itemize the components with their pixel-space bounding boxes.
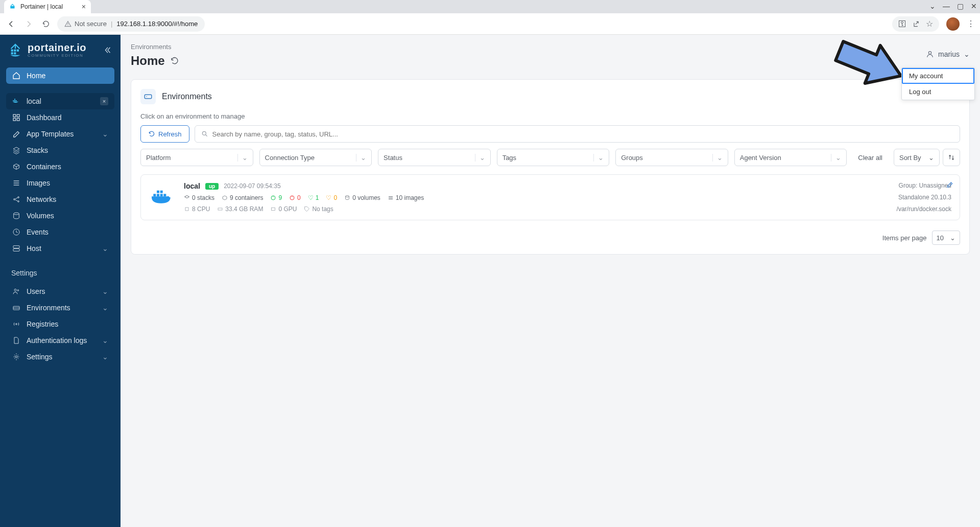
back-button[interactable] bbox=[5, 18, 17, 30]
sidebar-item-events[interactable]: Events bbox=[6, 224, 114, 240]
sidebar-item-auth-logs[interactable]: Authentication logs ⌄ bbox=[6, 332, 114, 349]
svg-rect-11 bbox=[16, 100, 17, 101]
sidebar-item-networks[interactable]: Networks bbox=[6, 191, 114, 208]
sidebar-item-label: Authentication logs bbox=[27, 336, 87, 345]
stat-stacks: 0 stacks bbox=[184, 194, 214, 201]
minimize-icon[interactable]: — bbox=[943, 2, 950, 10]
user-menu-my-account[interactable]: My account bbox=[902, 68, 974, 84]
not-secure-warning: Not secure bbox=[64, 20, 107, 28]
sidebar-item-volumes[interactable]: Volumes bbox=[6, 208, 114, 224]
sidebar-item-containers[interactable]: Containers bbox=[6, 158, 114, 175]
tab-bar: Portainer | local × bbox=[0, 0, 980, 13]
filter-groups[interactable]: Groups⌄ bbox=[615, 149, 728, 166]
sidebar-item-label: Networks bbox=[27, 195, 56, 203]
chevron-down-icon: ⌄ bbox=[102, 336, 108, 345]
key-icon[interactable]: ⚿ bbox=[898, 19, 906, 29]
svg-rect-40 bbox=[153, 194, 156, 196]
svg-rect-13 bbox=[13, 114, 16, 117]
sidebar-item-users[interactable]: Users ⌄ bbox=[6, 283, 114, 300]
file-icon bbox=[12, 336, 20, 345]
browser-tab[interactable]: Portainer | local × bbox=[4, 0, 91, 13]
svg-line-39 bbox=[205, 135, 207, 136]
chevron-down-icon[interactable]: ⌄ bbox=[929, 2, 936, 10]
sidebar-item-registries[interactable]: Registries bbox=[6, 316, 114, 332]
svg-rect-45 bbox=[160, 191, 163, 193]
sidebar-item-label: Environments bbox=[27, 304, 70, 312]
sidebar-item-host[interactable]: Host ⌄ bbox=[6, 240, 114, 257]
sidebar-item-images[interactable]: Images bbox=[6, 175, 114, 191]
chevron-down-icon: ⌄ bbox=[102, 130, 108, 138]
environments-card: Environments Click on an environment to … bbox=[131, 79, 970, 255]
refresh-icon[interactable] bbox=[170, 56, 179, 65]
svg-rect-43 bbox=[163, 194, 166, 196]
svg-point-37 bbox=[146, 96, 147, 97]
chevron-down-icon: ⌄ bbox=[831, 154, 841, 162]
share-icon[interactable] bbox=[913, 20, 920, 28]
docker-whale-icon bbox=[149, 187, 175, 208]
refresh-button[interactable]: Refresh bbox=[140, 125, 189, 143]
sidebar-collapse-icon[interactable] bbox=[103, 45, 112, 55]
clear-all-button[interactable]: Clear all bbox=[853, 154, 888, 162]
hard-drive-icon bbox=[140, 89, 156, 104]
svg-rect-0 bbox=[10, 6, 14, 9]
profile-avatar[interactable] bbox=[946, 17, 960, 31]
chevron-down-icon: ⌄ bbox=[593, 154, 604, 162]
user-menu-log-out[interactable]: Log out bbox=[902, 84, 974, 100]
filter-platform[interactable]: Platform⌄ bbox=[140, 149, 253, 166]
reload-button[interactable] bbox=[40, 18, 52, 30]
env-close-icon[interactable]: × bbox=[100, 97, 108, 105]
browser-menu-icon[interactable]: ⋮ bbox=[967, 19, 975, 29]
chevron-down-icon: ⌄ bbox=[356, 154, 366, 162]
sidebar-environment-local[interactable]: local × bbox=[6, 93, 114, 109]
sidebar: portainer.io COMMUNITY EDITION Home loca… bbox=[0, 35, 121, 527]
sidebar-item-label: Host bbox=[27, 244, 41, 253]
filter-status[interactable]: Status⌄ bbox=[378, 149, 491, 166]
search-input[interactable] bbox=[208, 130, 953, 138]
sort-direction-button[interactable] bbox=[943, 149, 960, 166]
close-window-icon[interactable]: ✕ bbox=[971, 2, 977, 10]
docker-icon bbox=[12, 97, 20, 105]
environment-card-local[interactable]: local up 2022-09-07 09:54:35 0 stacks 9 … bbox=[140, 174, 960, 220]
home-icon bbox=[12, 72, 20, 80]
sidebar-item-label: Users bbox=[27, 287, 45, 295]
forward-button[interactable] bbox=[22, 18, 35, 30]
sidebar-item-label: Dashboard bbox=[27, 113, 62, 122]
sidebar-item-dashboard[interactable]: Dashboard bbox=[6, 109, 114, 126]
search-box[interactable] bbox=[195, 125, 960, 143]
svg-rect-8 bbox=[14, 52, 16, 54]
filter-connection[interactable]: Connection Type⌄ bbox=[259, 149, 372, 166]
svg-rect-42 bbox=[160, 194, 163, 196]
maximize-icon[interactable]: ▢ bbox=[957, 2, 964, 10]
filter-tags[interactable]: Tags⌄ bbox=[497, 149, 610, 166]
edit-icon bbox=[12, 130, 20, 138]
sidebar-item-app-templates[interactable]: App Templates ⌄ bbox=[6, 126, 114, 142]
sidebar-item-home[interactable]: Home bbox=[6, 67, 114, 84]
meta-cpu: 8 CPU bbox=[184, 205, 210, 213]
sidebar-item-environments[interactable]: Environments ⌄ bbox=[6, 300, 114, 316]
sidebar-item-label: Containers bbox=[27, 163, 61, 171]
chevron-down-icon: ⌄ bbox=[928, 154, 934, 162]
status-badge: up bbox=[205, 183, 219, 190]
svg-point-30 bbox=[17, 290, 19, 291]
chevron-down-icon: ⌄ bbox=[950, 234, 955, 242]
items-per-page-select[interactable]: 10 ⌄ bbox=[932, 231, 960, 245]
sidebar-item-settings[interactable]: Settings ⌄ bbox=[6, 349, 114, 365]
sidebar-item-label: Home bbox=[27, 72, 45, 80]
url-pill[interactable]: Not secure | 192.168.1.18:9000/#!/home bbox=[57, 16, 205, 32]
sort-by-select[interactable]: Sort By⌄ bbox=[894, 149, 940, 166]
filter-agent[interactable]: Agent Version⌄ bbox=[734, 149, 847, 166]
user-icon bbox=[926, 50, 934, 58]
sidebar-item-label: App Templates bbox=[27, 130, 74, 138]
settings-header: Settings bbox=[0, 260, 121, 280]
tab-close-icon[interactable]: × bbox=[82, 3, 86, 11]
sidebar-item-stacks[interactable]: Stacks bbox=[6, 142, 114, 158]
svg-point-25 bbox=[14, 213, 19, 215]
env-timestamp: 2022-09-07 09:54:35 bbox=[224, 182, 280, 190]
items-per-page-label: Items per page bbox=[882, 234, 927, 242]
logo[interactable]: portainer.io COMMUNITY EDITION bbox=[0, 42, 121, 64]
edit-env-button[interactable] bbox=[946, 181, 953, 188]
star-icon[interactable]: ☆ bbox=[926, 19, 933, 29]
user-menu-trigger[interactable]: marius ⌄ bbox=[926, 50, 970, 58]
meta-ram: 33.4 GB RAM bbox=[217, 205, 263, 213]
brand-edition: COMMUNITY EDITION bbox=[28, 54, 86, 58]
